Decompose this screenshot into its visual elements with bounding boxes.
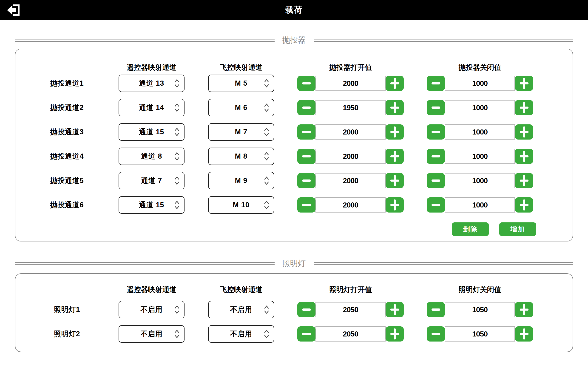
fc-channel-select[interactable]: M 9 bbox=[208, 172, 274, 189]
decrement-button[interactable] bbox=[297, 149, 315, 164]
fc-channel-select[interactable]: M 5 bbox=[208, 75, 274, 92]
decrement-button[interactable] bbox=[427, 173, 445, 188]
fc-channel-select[interactable]: M 10 bbox=[208, 196, 274, 214]
increment-button[interactable] bbox=[515, 302, 533, 317]
decrement-button[interactable] bbox=[297, 76, 315, 91]
open-value-input[interactable] bbox=[315, 326, 386, 342]
open-value-stepper bbox=[297, 197, 404, 213]
minus-icon bbox=[302, 179, 311, 182]
open-value-input[interactable] bbox=[315, 149, 386, 164]
increment-button[interactable] bbox=[386, 149, 404, 164]
col-fc-channel: 飞控映射通道 bbox=[208, 63, 274, 72]
decrement-button[interactable] bbox=[427, 100, 445, 115]
open-value-input[interactable] bbox=[315, 173, 386, 188]
back-button[interactable] bbox=[6, 3, 21, 17]
open-value-input[interactable] bbox=[315, 302, 386, 317]
rc-channel-select[interactable]: 通道 13 bbox=[119, 75, 184, 92]
decrement-button[interactable] bbox=[297, 302, 315, 317]
decrement-button[interactable] bbox=[427, 149, 445, 164]
rc-channel-select[interactable]: 通道 7 bbox=[119, 172, 184, 189]
thrower-row: 抛投通道2 通道 14 M 6 bbox=[15, 99, 573, 116]
open-value-input[interactable] bbox=[315, 125, 386, 140]
fc-channel-select[interactable]: M 7 bbox=[208, 123, 274, 141]
column-header-row: 遥控器映射通道 飞控映射通道 抛投器打开值 抛投器关闭值 bbox=[15, 61, 573, 74]
plus-icon bbox=[390, 199, 399, 211]
increment-button[interactable] bbox=[386, 125, 404, 140]
decrement-button[interactable] bbox=[297, 100, 315, 115]
rc-channel-select[interactable]: 通道 14 bbox=[119, 99, 184, 116]
divider-line bbox=[314, 262, 573, 265]
increment-button[interactable] bbox=[515, 197, 533, 213]
open-value-stepper bbox=[297, 326, 404, 342]
close-value-input[interactable] bbox=[445, 326, 515, 342]
chevron-updown-icon bbox=[174, 176, 180, 185]
minus-icon bbox=[431, 308, 441, 311]
open-value-stepper bbox=[297, 125, 404, 140]
close-value-stepper bbox=[427, 197, 533, 213]
chevron-updown-icon bbox=[264, 305, 269, 314]
close-value-input[interactable] bbox=[445, 173, 515, 188]
increment-button[interactable] bbox=[386, 76, 404, 91]
decrement-button[interactable] bbox=[427, 302, 445, 317]
minus-icon bbox=[431, 179, 441, 182]
plus-icon bbox=[390, 126, 399, 138]
thrower-row: 抛投通道3 通道 15 M 7 bbox=[15, 123, 573, 141]
decrement-button[interactable] bbox=[427, 76, 445, 91]
close-value-stepper bbox=[427, 125, 533, 140]
fc-channel-select[interactable]: M 8 bbox=[208, 148, 274, 165]
decrement-button[interactable] bbox=[297, 326, 315, 342]
rc-channel-select[interactable]: 通道 15 bbox=[119, 123, 184, 141]
decrement-button[interactable] bbox=[297, 173, 315, 188]
increment-button[interactable] bbox=[386, 100, 404, 115]
close-value-input[interactable] bbox=[445, 125, 515, 140]
fc-channel-select[interactable]: M 6 bbox=[208, 99, 274, 116]
plus-icon bbox=[390, 150, 399, 162]
close-value-input[interactable] bbox=[445, 197, 515, 213]
chevron-updown-icon bbox=[174, 127, 180, 137]
delete-button[interactable]: 删除 bbox=[452, 222, 489, 236]
add-button[interactable]: 增加 bbox=[499, 222, 536, 236]
increment-button[interactable] bbox=[515, 149, 533, 164]
minus-icon bbox=[302, 131, 311, 133]
close-value-input[interactable] bbox=[445, 76, 515, 91]
chevron-updown-icon bbox=[174, 103, 180, 112]
plus-icon bbox=[519, 77, 529, 89]
divider-line bbox=[15, 39, 275, 42]
increment-button[interactable] bbox=[386, 326, 404, 342]
back-exit-icon bbox=[6, 4, 21, 17]
payload-settings-page: 载荷 抛投器 遥控器映射通道 飞控映射通道 抛投器打开值 抛投器关闭值 抛投通道… bbox=[0, 0, 588, 367]
close-value-stepper bbox=[427, 326, 533, 342]
thrower-row: 抛投通道4 通道 8 M 8 bbox=[15, 148, 573, 165]
col-open-value: 抛投器打开值 bbox=[297, 63, 404, 72]
increment-button[interactable] bbox=[515, 173, 533, 188]
close-value-input[interactable] bbox=[445, 100, 515, 115]
open-value-input[interactable] bbox=[315, 100, 386, 115]
increment-button[interactable] bbox=[386, 197, 404, 213]
row-label: 抛投通道5 bbox=[15, 176, 119, 185]
increment-button[interactable] bbox=[515, 76, 533, 91]
fc-channel-select[interactable]: 不启用 bbox=[208, 325, 274, 343]
decrement-button[interactable] bbox=[297, 125, 315, 140]
rc-channel-select[interactable]: 不启用 bbox=[119, 325, 184, 343]
increment-button[interactable] bbox=[515, 100, 533, 115]
plus-icon bbox=[519, 150, 529, 162]
chevron-updown-icon bbox=[264, 103, 269, 112]
open-value-input[interactable] bbox=[315, 76, 386, 91]
rc-channel-select[interactable]: 不启用 bbox=[119, 301, 184, 318]
close-value-input[interactable] bbox=[445, 302, 515, 317]
rc-channel-select[interactable]: 通道 15 bbox=[119, 196, 184, 214]
fc-channel-select[interactable]: 不启用 bbox=[208, 301, 274, 318]
increment-button[interactable] bbox=[386, 302, 404, 317]
close-value-input[interactable] bbox=[445, 149, 515, 164]
decrement-button[interactable] bbox=[427, 125, 445, 140]
increment-button[interactable] bbox=[515, 326, 533, 342]
decrement-button[interactable] bbox=[297, 197, 315, 213]
decrement-button[interactable] bbox=[427, 326, 445, 342]
increment-button[interactable] bbox=[386, 173, 404, 188]
chevron-updown-icon bbox=[174, 78, 180, 88]
rc-channel-select[interactable]: 通道 8 bbox=[119, 148, 184, 165]
thrower-row: 抛投通道5 通道 7 M 9 bbox=[15, 172, 573, 189]
increment-button[interactable] bbox=[515, 125, 533, 140]
open-value-input[interactable] bbox=[315, 197, 386, 213]
decrement-button[interactable] bbox=[427, 197, 445, 213]
